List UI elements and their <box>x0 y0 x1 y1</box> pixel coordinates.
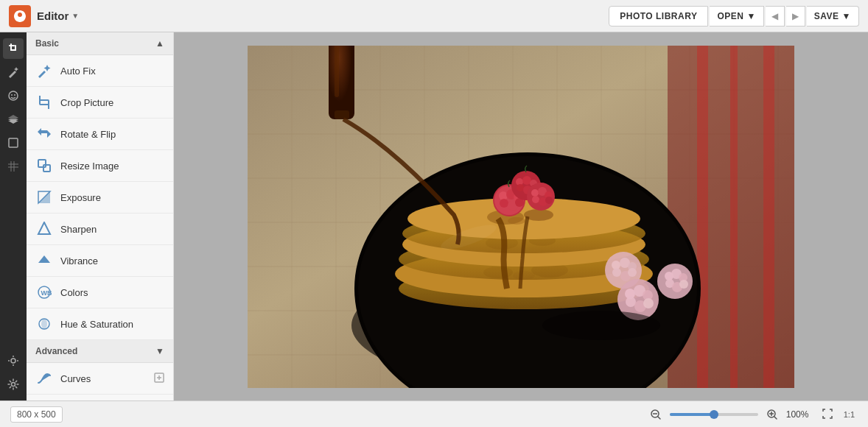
basic-section-label: Basic <box>35 38 59 49</box>
svg-rect-87 <box>335 46 339 97</box>
app-logo <box>9 5 31 27</box>
zoom-out-button[interactable] <box>648 406 664 423</box>
svg-point-62 <box>508 217 525 225</box>
svg-line-116 <box>658 417 660 419</box>
fit-screen-button[interactable] <box>819 406 836 423</box>
svg-line-120 <box>774 417 777 419</box>
zoom-extra-buttons: 1:1 <box>819 406 858 423</box>
svg-rect-3 <box>9 45 15 46</box>
save-chevron-icon: ▼ <box>842 11 851 21</box>
curves-icon <box>35 370 53 387</box>
sidebar-section-basic[interactable]: Basic ▲ <box>27 32 173 55</box>
sidebar: Basic ▲ Auto Fix Crop Picture Rotate & F… <box>27 32 174 400</box>
save-label: SAVE <box>814 11 839 21</box>
sidebar-section-advanced[interactable]: Advanced ▼ <box>27 340 173 363</box>
rotate-flip-label: Rotate & Flip <box>60 129 164 140</box>
undo-button[interactable]: ◀ <box>766 6 785 27</box>
exposure-icon <box>35 188 53 206</box>
canvas-image-container <box>248 46 794 388</box>
iconbar-layers[interactable] <box>3 109 24 130</box>
iconbar-frame[interactable] <box>3 133 24 153</box>
iconbar-texture[interactable] <box>3 156 24 177</box>
sidebar-item-rotate-flip[interactable]: Rotate & Flip <box>27 119 173 150</box>
crop-picture-icon <box>35 93 53 111</box>
open-label: OPEN <box>717 11 743 21</box>
canvas-area <box>174 32 868 400</box>
svg-rect-86 <box>335 110 349 119</box>
top-bar-actions: PHOTO LIBRARY OPEN ▼ ◀ ▶ SAVE ▼ <box>609 6 859 27</box>
svg-rect-14 <box>38 160 46 167</box>
open-chevron-icon: ▼ <box>746 11 755 21</box>
svg-point-84 <box>545 197 553 204</box>
iconbar-crop[interactable] <box>3 38 24 59</box>
iconbar-face[interactable] <box>3 85 24 106</box>
zoom-slider-fill <box>670 413 714 416</box>
svg-rect-15 <box>43 165 50 172</box>
hue-saturation-label: Hue & Saturation <box>60 319 164 330</box>
sharpen-icon <box>35 220 53 238</box>
sidebar-item-exposure[interactable]: Exposure <box>27 182 173 214</box>
sidebar-item-colors[interactable]: WB Colors <box>27 277 173 308</box>
svg-point-13 <box>12 383 15 387</box>
sidebar-item-vibrance[interactable]: Vibrance <box>27 245 173 277</box>
save-button[interactable]: SAVE ▼ <box>807 6 859 27</box>
svg-point-68 <box>500 199 508 208</box>
basic-chevron-icon: ▲ <box>155 38 164 49</box>
vibrance-label: Vibrance <box>60 255 164 267</box>
colors-icon: WB <box>35 283 53 301</box>
zoom-percent: 100% <box>786 409 813 420</box>
iconbar-magic[interactable] <box>3 62 24 82</box>
redo-button[interactable]: ▶ <box>786 6 805 27</box>
vibrance-icon <box>35 252 53 269</box>
open-button[interactable]: OPEN ▼ <box>710 6 763 27</box>
svg-rect-7 <box>9 138 18 147</box>
sidebar-item-crop-picture[interactable]: Crop Picture <box>27 87 173 119</box>
sharpen-label: Sharpen <box>60 224 164 235</box>
auto-fix-icon <box>35 62 53 80</box>
iconbar-sun[interactable] <box>3 350 24 371</box>
editor-title[interactable]: Editor ▼ <box>37 10 79 22</box>
hue-saturation-icon <box>35 315 53 333</box>
image-dimensions: 800 x 500 <box>10 406 63 423</box>
zoom-ratio[interactable]: 1:1 <box>841 409 858 420</box>
svg-point-75 <box>517 184 524 191</box>
svg-point-112 <box>542 311 660 340</box>
resize-image-label: Resize Image <box>60 160 164 172</box>
rotate-flip-icon <box>35 125 53 143</box>
svg-point-111 <box>657 264 693 299</box>
photo-library-button[interactable]: PHOTO LIBRARY <box>609 6 708 27</box>
zoom-slider[interactable] <box>670 413 758 416</box>
svg-text:WB: WB <box>41 289 52 297</box>
status-bar: 800 x 500 100% <box>0 400 868 427</box>
sidebar-item-hue-saturation[interactable]: Hue & Saturation <box>27 308 173 340</box>
main-layout: Basic ▲ Auto Fix Crop Picture Rotate & F… <box>0 32 868 400</box>
sidebar-item-sharpen[interactable]: Sharpen <box>27 214 173 245</box>
svg-point-8 <box>11 359 15 363</box>
svg-rect-2 <box>15 45 16 51</box>
exposure-label: Exposure <box>60 192 164 203</box>
svg-rect-44 <box>730 46 738 388</box>
svg-point-82 <box>532 196 539 203</box>
advanced-section-label: Advanced <box>35 346 77 356</box>
resize-image-icon <box>35 157 53 174</box>
icon-bar <box>0 32 27 400</box>
sidebar-item-auto-fix[interactable]: Auto Fix <box>27 55 173 87</box>
svg-point-5 <box>11 94 13 96</box>
sidebar-item-curves[interactable]: Curves <box>27 363 173 395</box>
svg-rect-45 <box>763 46 774 388</box>
zoom-in-button[interactable] <box>764 406 780 423</box>
top-bar: Editor ▼ PHOTO LIBRARY OPEN ▼ ◀ ▶ SAVE ▼ <box>0 0 868 32</box>
sidebar-item-resize-image[interactable]: Resize Image <box>27 150 173 182</box>
zoom-controls: 100% 1:1 <box>648 406 858 423</box>
colors-label: Colors <box>60 287 164 298</box>
editor-title-chevron-icon: ▼ <box>71 12 79 20</box>
zoom-slider-thumb <box>710 410 718 419</box>
auto-fix-label: Auto Fix <box>60 66 164 77</box>
svg-point-6 <box>14 94 15 96</box>
canvas-photo <box>248 46 794 388</box>
editor-title-text: Editor <box>37 10 69 22</box>
svg-rect-85 <box>329 46 354 119</box>
crop-picture-label: Crop Picture <box>60 97 164 108</box>
iconbar-settings[interactable] <box>3 374 24 395</box>
curves-extra-icon <box>154 373 164 384</box>
